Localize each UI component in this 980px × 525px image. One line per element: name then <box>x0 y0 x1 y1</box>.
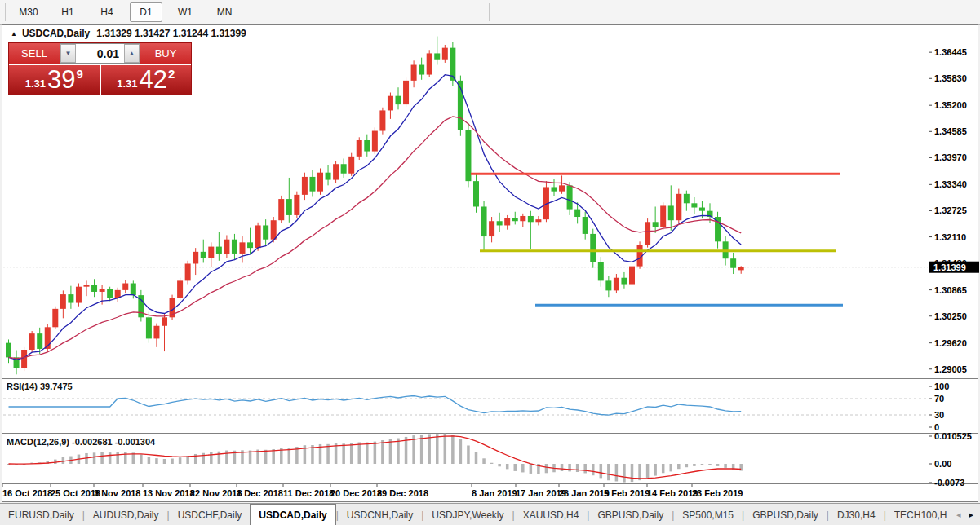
mt4-window: M30H1H4D1W1MN 1.364451.358301.352001.345… <box>0 0 980 525</box>
buy-price-prefix: 1.31 <box>117 77 137 91</box>
timeframe-button-h4[interactable]: H4 <box>91 2 123 22</box>
triangle-up-icon: ▲ <box>129 50 135 57</box>
buy-price-display[interactable]: 1.31 42 2 <box>101 65 192 95</box>
volume-increase-button[interactable]: ▲ <box>124 44 140 63</box>
buy-price-big: 42 <box>139 68 166 91</box>
triangle-down-icon: ▼ <box>65 50 72 57</box>
volume-decrease-button[interactable]: ▼ <box>60 44 76 63</box>
buy-price-sup: 2 <box>168 65 175 81</box>
timeframe-button-d1[interactable]: D1 <box>130 2 162 22</box>
macd-indicator-label: MACD(12,26,9) -0.002681 -0.001304 <box>7 437 155 447</box>
timeframe-button-mn[interactable]: MN <box>208 2 241 22</box>
chart-tab-xauusd-h4[interactable]: XAUUSD,H4 <box>515 505 588 525</box>
tab-scroll-arrows: ◂ ▸ <box>950 510 980 520</box>
timeframe-button-w1[interactable]: W1 <box>169 2 202 22</box>
chart-tab-usdchf-daily[interactable]: USDCHF,Daily <box>170 505 251 525</box>
chart-tab-audusd-daily[interactable]: AUDUSD,Daily <box>85 505 167 525</box>
toolbar-separator <box>5 3 6 21</box>
sell-price-display[interactable]: 1.31 39 9 <box>9 65 101 95</box>
buy-button[interactable]: BUY <box>140 43 191 64</box>
sell-button[interactable]: SELL <box>9 43 60 64</box>
chart-tabs: EURUSD,Daily|AUDUSD,Daily|USDCHF,DailyUS… <box>0 504 950 525</box>
toolbar-separator <box>489 3 490 21</box>
chart-tab-gbpusd-daily[interactable]: GBPUSD,Daily <box>589 505 672 525</box>
volume-input[interactable] <box>76 44 124 63</box>
sell-price-sup: 9 <box>76 65 82 81</box>
chart-tab-usdcad-daily[interactable]: USDCAD,Daily <box>250 504 335 525</box>
one-click-trading-panel: SELL ▼ ▲ BUY 1.31 39 9 1.31 42 2 <box>8 42 192 95</box>
chart-tab-eurusd-daily[interactable]: EURUSD,Daily <box>0 505 82 525</box>
chart-ohlc-values: 1.31329 1.31427 1.31244 1.31399 <box>96 28 246 39</box>
chart-header: ▲USDCAD,Daily1.31329 1.31427 1.31244 1.3… <box>11 28 246 39</box>
trade-panel-top-row: SELL ▼ ▲ BUY <box>9 43 191 64</box>
chart-tab-gbpusd-daily[interactable]: GBPUSD,Daily <box>744 505 827 525</box>
sell-price-prefix: 1.31 <box>25 77 46 91</box>
chart-tab-usdjpy-weekly[interactable]: USDJPY,Weekly <box>423 505 512 525</box>
tabs-scroll-right-icon[interactable]: ▸ <box>969 510 973 520</box>
volume-control: ▼ ▲ <box>60 43 140 64</box>
chart-tab-sp500-m15[interactable]: SP500,M15 <box>674 505 742 525</box>
chart-symbol-label: USDCAD,Daily <box>22 28 90 39</box>
collapse-triangle-icon[interactable]: ▲ <box>11 30 17 38</box>
rsi-indicator-label: RSI(14) 39.7475 <box>7 382 73 391</box>
chart-tab-usdcnh-daily[interactable]: USDCNH,Daily <box>339 505 421 525</box>
chart-tab-bar: EURUSD,Daily|AUDUSD,Daily|USDCHF,DailyUS… <box>0 503 980 525</box>
timeframe-buttons: M30H1H4D1W1MN <box>9 2 244 22</box>
chart-tab-tech100-h[interactable]: TECH100,H <box>886 505 950 525</box>
sell-price-big: 39 <box>47 68 75 91</box>
trade-panel-prices: 1.31 39 9 1.31 42 2 <box>9 64 191 95</box>
timeframe-toolbar: M30H1H4D1W1MN <box>0 0 980 25</box>
chart-window[interactable] <box>2 24 978 502</box>
chart-tab-dj30-h4[interactable]: DJ30,H4 <box>829 505 884 525</box>
timeframe-button-m30[interactable]: M30 <box>12 2 45 22</box>
timeframe-button-h1[interactable]: H1 <box>51 2 84 22</box>
tabs-scroll-left-icon[interactable]: ◂ <box>956 510 961 520</box>
